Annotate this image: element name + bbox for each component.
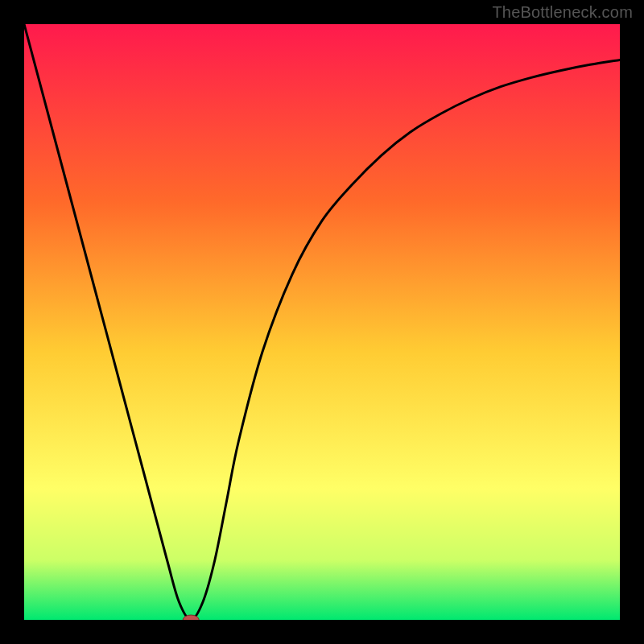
- gradient-background: [24, 24, 620, 620]
- watermark-text: TheBottleneck.com: [492, 3, 633, 22]
- chart-plot-area: [24, 24, 620, 620]
- chart-frame: TheBottleneck.com: [0, 0, 644, 644]
